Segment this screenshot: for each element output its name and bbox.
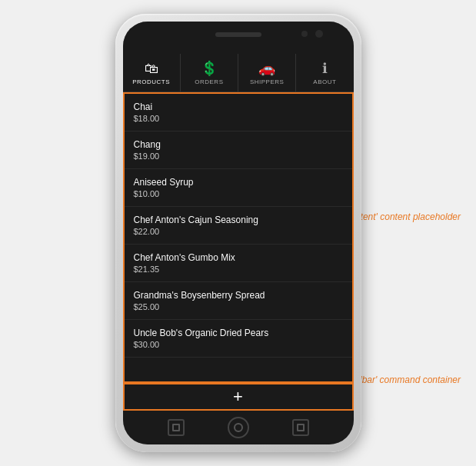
- about-label: ABOUT: [313, 78, 336, 85]
- phone-inner: 🛍 PRODUCTS 💲 ORDERS 🚗 SHIPPERS ℹ ABOUT: [123, 22, 354, 444]
- item-price: $22.00: [134, 227, 343, 236]
- orders-label: ORDERS: [195, 78, 223, 85]
- orders-icon: 💲: [201, 60, 218, 77]
- menu-button[interactable]: [292, 419, 309, 436]
- item-price: $10.00: [134, 189, 343, 198]
- item-name: Uncle Bob's Organic Dried Pears: [134, 328, 343, 338]
- products-icon: 🛍: [145, 61, 158, 77]
- back-icon: [172, 424, 180, 431]
- shippers-label: SHIPPERS: [250, 78, 284, 85]
- menu-icon: [297, 424, 305, 431]
- item-name: Chef Anton's Cajun Seasoning: [134, 215, 343, 225]
- item-name: Chang: [134, 139, 343, 150]
- item-name: Grandma's Boysenberry Spread: [134, 290, 343, 301]
- camera-dot: [301, 31, 308, 37]
- item-name: Chai: [134, 102, 343, 112]
- item-price: $30.00: [134, 340, 343, 349]
- list-item[interactable]: Chef Anton's Cajun Seasoning $22.00: [125, 207, 352, 245]
- list-item[interactable]: Chang $19.00: [125, 131, 352, 169]
- camera-lens: [315, 30, 323, 38]
- bottom-bezel: [123, 411, 354, 444]
- about-icon: ℹ: [322, 60, 328, 77]
- item-name: Chef Anton's Gumbo Mix: [134, 252, 343, 263]
- products-label: PRODUCTS: [132, 78, 170, 85]
- nav-shippers[interactable]: 🚗 SHIPPERS: [238, 54, 296, 92]
- list-item[interactable]: Chai $18.00: [125, 94, 352, 131]
- nav-about[interactable]: ℹ ABOUT: [296, 54, 353, 92]
- back-button[interactable]: [168, 419, 185, 436]
- footer-toolbar[interactable]: +: [123, 383, 354, 411]
- item-price: $25.00: [134, 302, 343, 311]
- item-price: $19.00: [134, 151, 343, 161]
- list-item[interactable]: Uncle Bob's Organic Dried Pears $30.00: [125, 320, 352, 358]
- item-price: $18.00: [134, 114, 343, 123]
- item-name: Aniseed Syrup: [134, 177, 343, 188]
- list-item[interactable]: Chef Anton's Gumbo Mix $21.35: [125, 245, 352, 282]
- top-bezel: [123, 22, 354, 54]
- nav-orders[interactable]: 💲 ORDERS: [181, 54, 238, 92]
- list-item[interactable]: Grandma's Boysenberry Spread $25.00: [125, 282, 352, 320]
- speaker: [215, 32, 261, 37]
- home-icon: [234, 423, 243, 432]
- item-price: $21.35: [134, 265, 343, 274]
- scene: The 'content' content placeholder The 'a…: [0, 0, 476, 466]
- nav-bar: 🛍 PRODUCTS 💲 ORDERS 🚗 SHIPPERS ℹ ABOUT: [123, 54, 354, 92]
- list-item[interactable]: Aniseed Syrup $10.00: [125, 169, 352, 207]
- screen: 🛍 PRODUCTS 💲 ORDERS 🚗 SHIPPERS ℹ ABOUT: [123, 54, 354, 411]
- shippers-icon: 🚗: [258, 60, 275, 77]
- home-button[interactable]: [228, 417, 249, 438]
- phone-shell: 🛍 PRODUCTS 💲 ORDERS 🚗 SHIPPERS ℹ ABOUT: [115, 14, 361, 452]
- nav-products[interactable]: 🛍 PRODUCTS: [123, 54, 181, 92]
- add-button[interactable]: +: [233, 388, 243, 405]
- product-list[interactable]: Chai $18.00 Chang $19.00 Aniseed Syrup $…: [123, 92, 354, 383]
